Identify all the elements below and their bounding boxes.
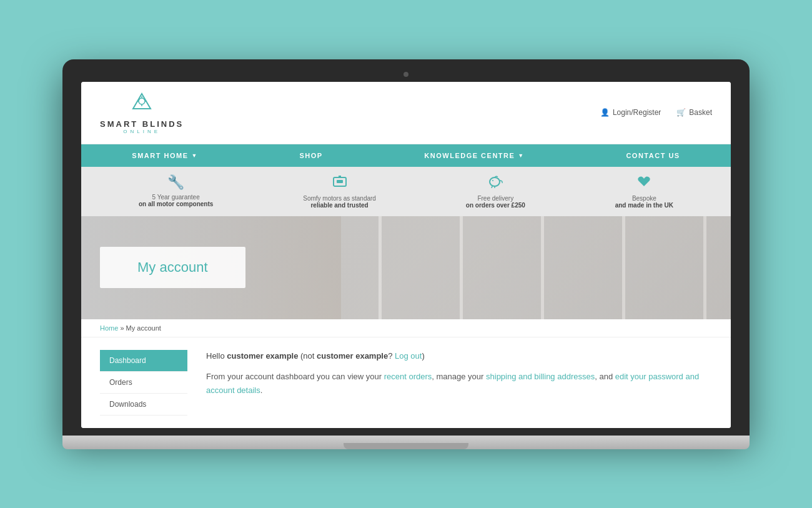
guarantee-line2: on all motor components — [139, 201, 213, 207]
username-display: customer example — [227, 351, 298, 361]
chevron-down-icon: ▼ — [191, 152, 197, 159]
somfy-line1: Somfy motors as standard — [303, 195, 376, 202]
basket-icon: 🛒 — [676, 108, 686, 117]
somfy-line2: reliable and trusted — [310, 202, 368, 209]
svg-marker-0 — [133, 94, 151, 109]
delivery-line2: on orders over £250 — [466, 202, 525, 209]
svg-point-9 — [490, 177, 500, 186]
nav-knowledge-label: KNOWLEDGE CENTRE — [424, 152, 515, 159]
logo-sub: ONLINE — [123, 129, 161, 134]
desc-prefix: From your account dashboard you can view… — [206, 372, 384, 381]
breadcrumb: Home » My account — [81, 319, 731, 337]
greeting-prefix: Hello — [206, 351, 227, 361]
hero-card: My account — [100, 247, 245, 288]
sidebar-item-downloads[interactable]: Downloads — [100, 394, 187, 416]
account-content: Dashboard Orders Downloads Hello custome… — [81, 337, 731, 428]
laptop-base — [62, 436, 750, 449]
svg-rect-8 — [339, 176, 341, 178]
breadcrumb-separator: » — [120, 324, 126, 332]
username-display-2: customer example — [317, 351, 388, 361]
logo-icon — [131, 91, 153, 118]
sidebar-item-dashboard[interactable]: Dashboard — [100, 350, 187, 372]
user-icon: 👤 — [600, 108, 610, 117]
bespoke-line1: Bespoke — [632, 195, 656, 202]
logo-text: SMART BLINDS — [100, 119, 184, 129]
hero-title: My account — [137, 259, 208, 276]
nav-smart-home-label: SMART HOME — [132, 152, 188, 159]
feature-bespoke: Bespoke and made in the UK — [615, 174, 673, 209]
header-actions: 👤 Login/Register 🛒 Basket — [600, 108, 712, 117]
orders-label: Orders — [109, 378, 132, 387]
greeting-paragraph: Hello customer example (not customer exa… — [206, 350, 712, 363]
delivery-line1: Free delivery — [477, 195, 513, 202]
piggy-icon — [487, 174, 504, 192]
svg-point-10 — [492, 180, 493, 181]
nav-shop-label: SHOP — [300, 152, 323, 159]
login-label: Login/Register — [613, 108, 661, 117]
breadcrumb-current: My account — [126, 324, 161, 332]
nav-item-contact-us[interactable]: CONTACT US — [613, 144, 692, 167]
account-sidebar: Dashboard Orders Downloads — [100, 350, 187, 416]
camera-dot — [404, 72, 408, 77]
nav-item-shop[interactable]: SHOP — [287, 144, 335, 167]
laptop-frame: SMART BLINDS ONLINE 👤 Login/Register 🛒 B… — [62, 59, 750, 436]
basket-label: Basket — [689, 108, 712, 117]
account-main: Hello customer example (not customer exa… — [200, 350, 712, 416]
dashboard-label: Dashboard — [109, 356, 146, 365]
feature-guarantee: 🔧 5 Year guarantee on all motor componen… — [139, 174, 213, 209]
recent-orders-link[interactable]: recent orders — [384, 372, 432, 381]
site-header: SMART BLINDS ONLINE 👤 Login/Register 🛒 B… — [81, 82, 731, 144]
bespoke-line2: and made in the UK — [615, 202, 673, 209]
laptop-wrapper: SMART BLINDS ONLINE 👤 Login/Register 🛒 B… — [62, 59, 750, 449]
desc-and: , and — [595, 372, 615, 381]
svg-point-1 — [139, 98, 145, 104]
nav-item-smart-home[interactable]: SMART HOME ▼ — [119, 144, 210, 167]
sidebar-item-orders[interactable]: Orders — [100, 372, 187, 394]
svg-rect-7 — [337, 180, 343, 183]
nav-contact-label: CONTACT US — [626, 152, 680, 159]
main-nav: SMART HOME ▼ SHOP KNOWLEDGE CENTRE ▼ CON… — [81, 144, 731, 167]
laptop-screen: SMART BLINDS ONLINE 👤 Login/Register 🛒 B… — [81, 82, 731, 428]
desc-end: . — [260, 386, 263, 395]
feature-delivery: Free delivery on orders over £250 — [466, 174, 525, 209]
desc-middle: , manage your — [432, 372, 486, 381]
guarantee-line1: 5 Year guarantee — [152, 194, 200, 201]
motor-icon — [332, 174, 347, 192]
account-description: From your account dashboard you can view… — [206, 370, 712, 397]
hero-section: My account — [81, 216, 731, 319]
logo-area: SMART BLINDS ONLINE — [100, 91, 184, 134]
basket-link[interactable]: 🛒 Basket — [676, 108, 712, 117]
login-register-link[interactable]: 👤 Login/Register — [600, 108, 661, 117]
feature-somfy: Somfy motors as standard reliable and tr… — [303, 174, 376, 209]
wrench-icon: 🔧 — [167, 174, 184, 191]
breadcrumb-home[interactable]: Home — [100, 324, 118, 332]
greeting-middle: (not — [298, 351, 317, 361]
heart-icon — [636, 174, 651, 192]
addresses-link[interactable]: shipping and billing addresses — [486, 372, 595, 381]
nav-item-knowledge-centre[interactable]: KNOWLEDGE CENTRE ▼ — [412, 144, 537, 167]
downloads-label: Downloads — [109, 400, 146, 409]
features-bar: 🔧 5 Year guarantee on all motor componen… — [81, 167, 731, 216]
logout-link[interactable]: Log out — [395, 351, 422, 361]
chevron-down-icon-2: ▼ — [518, 152, 524, 159]
